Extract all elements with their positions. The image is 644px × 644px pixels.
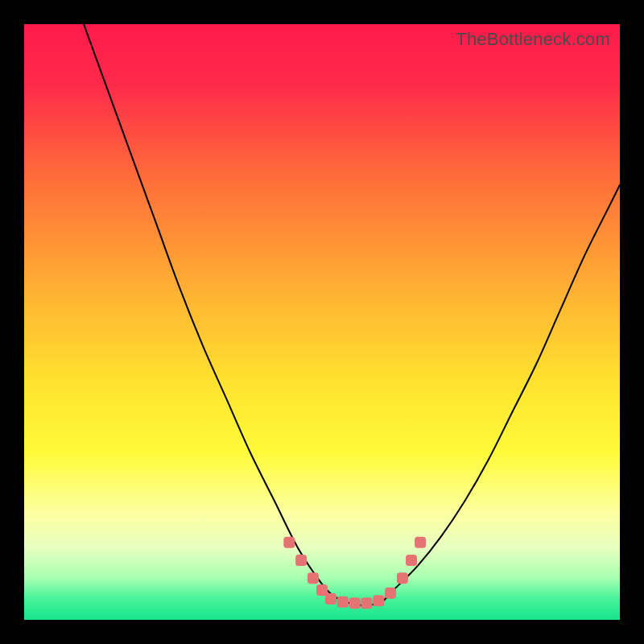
marker-layer xyxy=(24,24,620,620)
curve-marker xyxy=(385,588,396,599)
curve-marker xyxy=(316,584,328,596)
curve-marker xyxy=(308,572,319,584)
curve-marker xyxy=(349,597,361,609)
curve-marker xyxy=(373,595,384,606)
curve-marker xyxy=(325,593,336,605)
curve-marker xyxy=(415,537,426,548)
curve-marker xyxy=(361,597,372,609)
curve-marker xyxy=(283,537,295,548)
plot-area: TheBottleneck.com xyxy=(24,24,620,620)
curve-marker xyxy=(337,597,349,608)
chart-frame: TheBottleneck.com xyxy=(0,0,644,644)
curve-marker xyxy=(295,555,307,566)
watermark-text: TheBottleneck.com xyxy=(456,29,610,50)
curve-marker xyxy=(397,572,408,584)
curve-marker xyxy=(406,555,417,566)
